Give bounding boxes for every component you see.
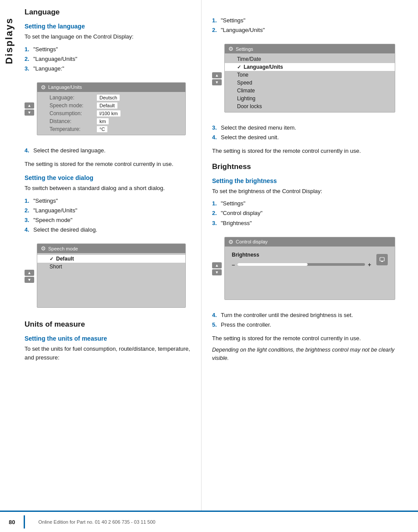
screen-header: ⚙ Settings <box>225 44 395 53</box>
step-item: 4.Select the desired unit. <box>212 133 409 142</box>
nav-down[interactable]: ▼ <box>212 269 222 275</box>
screen-header: ⚙ Language/Units <box>37 83 185 92</box>
screen-row: Speed <box>225 79 395 87</box>
row-label: Speech mode: <box>50 102 93 109</box>
speech-mode-screen: ⚙ Speech mode ✓ Default Short <box>37 243 186 308</box>
row-value: Default <box>97 102 117 109</box>
step-item: 1."Settings" <box>25 196 192 206</box>
screen-row: Consumption: l/100 km <box>37 109 185 117</box>
svg-rect-1 <box>381 261 383 262</box>
step-item: 2."Language/Units" <box>25 54 192 64</box>
nav-arrows-settings: ▲ ▼ <box>212 72 222 85</box>
step-item: 3.Select the desired menu item. <box>212 123 409 133</box>
voice-dialog-intro: To switch between a standard dialog and … <box>25 184 192 193</box>
screen-row-empty <box>37 297 185 306</box>
nav-down[interactable]: ▼ <box>25 277 34 283</box>
voice-dialog-steps: 1."Settings" 2."Language/Units" 3."Speec… <box>25 196 192 235</box>
units-subheading: Setting the units of measure <box>25 335 192 342</box>
nav-arrows-brightness: ▲ ▼ <box>212 262 222 275</box>
row-label: Speed <box>237 80 252 86</box>
brightness-control: Brightness – + <box>232 252 371 268</box>
settings-screen-wrap: ▲ ▼ ⚙ Settings Time/Date ✓ Languag <box>212 39 409 118</box>
step-item: 1."Settings" <box>25 45 192 54</box>
speech-screen-wrap: ▲ ▼ ⚙ Speech mode ✓ Default Short <box>25 239 192 313</box>
brightness-screen-wrap: ▲ ▼ ⚙ Control display Brightness – <box>212 233 409 305</box>
screen-body: Language: Deutsch Speech mode: Default C… <box>37 92 185 135</box>
row-label: Lighting <box>237 95 255 102</box>
row-label: Door locks <box>237 103 262 109</box>
screen-row: Speech mode: Default <box>37 102 185 109</box>
row-label: Tone <box>237 72 248 78</box>
page-number: 80 <box>9 519 15 525</box>
screen-row: Climate <box>225 87 395 95</box>
row-label: Default <box>56 256 74 262</box>
nav-down[interactable]: ▼ <box>25 109 34 116</box>
step-item: 3."Language:" <box>25 64 192 74</box>
footer: 80 Online Edition for Part no. 01 40 2 6… <box>0 511 418 532</box>
brightness-note1: The setting is stored for the remote con… <box>212 334 409 343</box>
slider-fill <box>237 263 308 266</box>
step-item: 4.Turn the controller until the desired … <box>212 310 409 320</box>
nav-arrows-speech: ▲ ▼ <box>25 270 34 283</box>
row-label: Short <box>50 264 62 270</box>
settings-screen: ⚙ Settings Time/Date ✓ Language/Units To… <box>224 44 395 113</box>
nav-arrows-left: ▲ ▼ <box>25 102 34 116</box>
row-label: Distance: <box>50 118 93 124</box>
screen-row: Lighting <box>225 95 395 102</box>
nav-up[interactable]: ▲ <box>212 72 222 78</box>
gear-icon: ⚙ <box>41 84 46 91</box>
brightness-screen: ⚙ Control display Brightness – + <box>224 237 395 300</box>
step-item: 4.Select the desired dialog. <box>25 225 192 235</box>
units-section: Units of measure Setting the units of me… <box>25 320 192 362</box>
screen-title: Language/Units <box>48 85 82 90</box>
row-value: l/100 km <box>97 110 120 116</box>
sidebar-label: Displays <box>4 18 15 64</box>
checkmark-icon: ✓ <box>50 256 53 262</box>
nav-up[interactable]: ▲ <box>212 262 222 268</box>
row-label: Time/Date <box>237 56 261 62</box>
gear-icon: ⚙ <box>41 245 46 252</box>
row-value: °C <box>97 126 107 132</box>
setting-language-heading: Setting the language <box>25 23 192 30</box>
slider-plus-icon[interactable]: + <box>368 261 371 268</box>
step-item: 1."Settings" <box>212 199 409 208</box>
units-note: The setting is stored for the remote con… <box>212 147 409 155</box>
screen-title: Speech mode <box>48 246 78 251</box>
brightness-slider-row: – + <box>232 261 371 268</box>
nav-up[interactable]: ▲ <box>25 102 34 109</box>
slider-minus-icon[interactable]: – <box>232 261 235 268</box>
screen-row: Door locks <box>225 102 395 110</box>
brightness-steps-list: 1."Settings" 2."Control display" 3."Brig… <box>212 199 409 228</box>
screen-header: ⚙ Speech mode <box>37 244 185 253</box>
step-item: 3."Speech mode" <box>25 215 192 225</box>
screen-row: Temperature: °C <box>37 125 185 133</box>
step-item: 4.Select the desired language. <box>25 146 192 155</box>
step-item: 5.Press the controller. <box>212 320 409 330</box>
left-column: Language Setting the language To set the… <box>18 0 202 511</box>
checkmark-icon: ✓ <box>237 64 241 70</box>
units-bottom-steps: 3.Select the desired menu item. 4.Select… <box>212 123 409 142</box>
language-screen-wrap: ▲ ▼ ⚙ Language/Units Language: Deutsch <box>25 78 192 141</box>
language-step4: 4.Select the desired language. <box>25 146 192 155</box>
brightness-heading: Setting the brightness <box>212 177 409 184</box>
screen-row: Short <box>37 263 185 271</box>
units-intro: To set the units for fuel consumption, r… <box>25 345 192 362</box>
brightness-intro: To set the brightness of the Control Dis… <box>212 187 409 196</box>
step-item: 2."Control display" <box>212 208 409 218</box>
svg-rect-0 <box>380 257 384 261</box>
brightness-body: Brightness – + <box>225 247 395 273</box>
screen-title: Control display <box>236 239 268 244</box>
brightness-action-steps: 4.Turn the controller until the desired … <box>212 310 409 330</box>
slider-track[interactable] <box>237 263 365 266</box>
sidebar: Displays <box>0 0 18 511</box>
units-title: Units of measure <box>25 320 192 329</box>
row-label: Language/Units <box>244 64 283 70</box>
voice-dialog-heading: Setting the voice dialog <box>25 174 192 181</box>
screen-row: Tone <box>225 71 395 79</box>
nav-up[interactable]: ▲ <box>25 270 34 276</box>
step-item: 2."Language/Units" <box>25 206 192 215</box>
nav-down[interactable]: ▼ <box>212 79 222 85</box>
row-label: Temperature: <box>50 126 93 132</box>
brightness-note2: Depending on the light conditions, the b… <box>212 346 409 363</box>
language-steps: 1."Settings" 2."Language/Units" 3."Langu… <box>25 45 192 74</box>
